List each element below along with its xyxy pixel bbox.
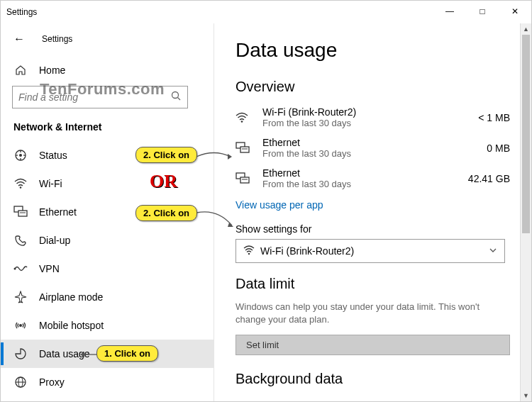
wifi-icon — [13, 178, 28, 189]
network-row[interactable]: Wi-Fi (Brink-Router2)From the last 30 da… — [235, 104, 510, 134]
ethernet-icon — [235, 142, 257, 155]
back-icon[interactable]: ← — [13, 33, 25, 45]
close-button[interactable]: ✕ — [499, 1, 531, 22]
content-pane: Data usage Overview Wi-Fi (Brink-Router2… — [214, 23, 531, 401]
settings-window: Settings — □ ✕ ← Settings Home — [0, 0, 532, 402]
ethernet-icon — [13, 206, 28, 218]
wifi-icon — [243, 245, 255, 257]
set-limit-button[interactable]: Set limit — [235, 335, 510, 355]
dropdown-text: Wi-Fi (Brink-Router2) — [260, 245, 354, 257]
nav-label: Airplane mode — [39, 291, 103, 303]
annotation-or: OR — [150, 171, 177, 192]
sidebar-item-mobile-hotspot[interactable]: Mobile hotspot — [1, 311, 214, 340]
network-row[interactable]: EthernetFrom the last 30 days0 MB — [235, 134, 510, 164]
network-usage-value: 42.41 GB — [468, 173, 510, 184]
nav-label: Dial-up — [39, 235, 70, 246]
wifi-icon — [235, 112, 257, 123]
annotation-click-1: 1. Click on — [96, 345, 158, 362]
scroll-thumb[interactable] — [522, 35, 530, 233]
svg-line-1 — [178, 98, 181, 101]
proxy-icon — [13, 376, 28, 389]
svg-point-0 — [172, 92, 179, 99]
vpn-icon — [13, 264, 28, 274]
scroll-down-icon[interactable]: ▼ — [521, 390, 531, 401]
svg-point-3 — [19, 154, 22, 157]
section-header: Network & Internet — [1, 108, 214, 141]
scrollbar[interactable]: ▲ ▼ — [520, 23, 531, 401]
network-subtext: From the last 30 days — [262, 179, 468, 189]
svg-point-8 — [20, 186, 22, 189]
titlebar: Settings — □ ✕ — [1, 1, 531, 23]
home-icon — [13, 65, 28, 76]
network-subtext: From the last 30 days — [262, 148, 487, 159]
nav-label: Ethernet — [39, 206, 77, 218]
home-label: Home — [39, 65, 65, 76]
airplane-icon — [13, 291, 28, 303]
svg-rect-10 — [18, 211, 27, 216]
sidebar-item-proxy[interactable]: Proxy — [1, 368, 214, 396]
nav-label: Proxy — [39, 376, 65, 388]
sidebar-item-airplane-mode[interactable]: Airplane mode — [1, 283, 214, 311]
nav-label: VPN — [39, 263, 60, 274]
network-list: Wi-Fi (Brink-Router2)From the last 30 da… — [235, 104, 510, 195]
svg-point-24 — [248, 252, 250, 254]
network-name: Wi-Fi (Brink-Router2) — [262, 106, 478, 118]
overview-header: Overview — [235, 79, 510, 95]
network-row[interactable]: EthernetFrom the last 30 days42.41 GB — [235, 164, 510, 195]
svg-rect-22 — [240, 177, 249, 183]
annotation-arrow — [196, 150, 232, 163]
data-limit-header: Data limit — [235, 276, 510, 292]
minimize-button[interactable]: — — [433, 1, 466, 22]
sidebar-item-vpn[interactable]: VPN — [1, 255, 214, 283]
sidebar-item-wi-fi[interactable]: Wi-Fi — [1, 169, 214, 198]
svg-point-12 — [14, 268, 16, 270]
network-usage-value: 0 MB — [487, 143, 510, 154]
network-name: Ethernet — [262, 167, 468, 179]
annotation-click-2b: 2. Click on — [135, 205, 197, 221]
view-usage-link[interactable]: View usage per app — [235, 199, 323, 211]
data-limit-description: Windows can help you stay under your dat… — [235, 301, 505, 326]
ethernet-icon — [235, 172, 257, 185]
annotation-click-2a: 2. Click on — [135, 147, 197, 163]
network-name: Ethernet — [262, 137, 487, 148]
dialup-icon — [13, 234, 28, 247]
show-settings-label: Show settings for — [235, 223, 510, 235]
show-settings-dropdown[interactable]: Wi-Fi (Brink-Router2) — [235, 239, 505, 263]
svg-rect-19 — [240, 147, 249, 152]
datausage-icon — [13, 347, 28, 360]
svg-point-13 — [19, 324, 22, 327]
annotation-arrow — [79, 349, 99, 360]
nav-label: Mobile hotspot — [39, 320, 104, 331]
svg-point-17 — [241, 121, 243, 123]
chevron-down-icon — [489, 245, 497, 257]
sidebar-item-home[interactable]: Home — [1, 56, 214, 84]
sidebar-item-dial-up[interactable]: Dial-up — [1, 226, 214, 255]
search-input[interactable] — [18, 91, 170, 103]
nav-label: Status — [39, 150, 67, 161]
page-title: Data usage — [235, 39, 510, 62]
network-subtext: From the last 30 days — [262, 118, 478, 128]
nav-label: Wi-Fi — [39, 178, 62, 189]
background-data-header: Background data — [235, 371, 510, 387]
search-box[interactable] — [12, 86, 188, 108]
window-title: Settings — [6, 7, 37, 17]
annotation-arrow — [196, 208, 235, 230]
search-icon — [170, 90, 182, 104]
hotspot-icon — [13, 319, 28, 332]
scroll-up-icon[interactable]: ▲ — [521, 23, 531, 35]
settings-label: Settings — [42, 34, 72, 44]
window-controls: — □ ✕ — [433, 1, 531, 22]
network-usage-value: < 1 MB — [478, 112, 510, 123]
maximize-button[interactable]: □ — [466, 1, 499, 22]
status-icon — [13, 149, 28, 162]
